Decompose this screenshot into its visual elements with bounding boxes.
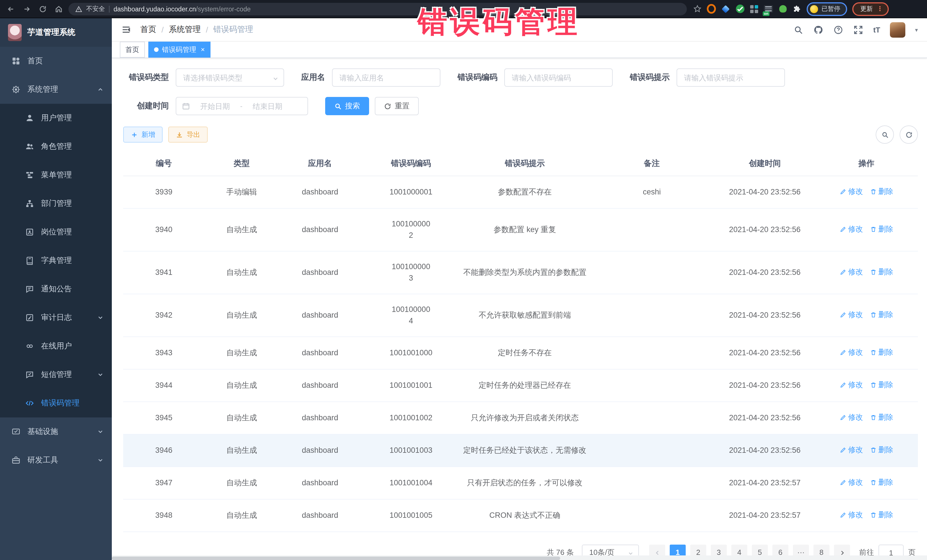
edit-link[interactable]: 修改 bbox=[839, 477, 863, 488]
browser-update-button[interactable]: 更新 ⋮ bbox=[852, 2, 889, 16]
reload-icon[interactable] bbox=[36, 3, 49, 15]
help-icon[interactable] bbox=[833, 24, 843, 35]
search-button[interactable]: 搜索 bbox=[325, 97, 369, 115]
sidebar-item-system[interactable]: 系统管理 bbox=[0, 75, 112, 104]
table-row: 3941自动生成dashboard100100000 3不能删除类型为系统内置的… bbox=[123, 251, 918, 294]
fullscreen-icon[interactable] bbox=[853, 24, 863, 35]
delete-link[interactable]: 删除 bbox=[870, 444, 893, 456]
extension-list-on-icon[interactable]: on bbox=[764, 4, 773, 14]
sidebar-item-infrastructure[interactable]: 基础设施 bbox=[0, 417, 112, 446]
error-type-select[interactable] bbox=[176, 68, 284, 87]
delete-link[interactable]: 删除 bbox=[870, 186, 893, 197]
github-icon[interactable] bbox=[813, 24, 824, 35]
edit-link[interactable]: 修改 bbox=[839, 223, 863, 235]
sidebar-item-dev-tools[interactable]: 研发工具 bbox=[0, 446, 112, 475]
address-bar[interactable]: 不安全 dashboard.yudao.iocoder.cn/system/er… bbox=[68, 3, 687, 15]
edit-link[interactable]: 修改 bbox=[839, 309, 863, 320]
profile-paused-chip[interactable]: 已暂停 bbox=[807, 2, 847, 16]
export-button[interactable]: 导出 bbox=[168, 127, 208, 143]
sidebar-item-roles[interactable]: 角色管理 bbox=[0, 132, 112, 161]
edit-link[interactable]: 修改 bbox=[839, 444, 863, 456]
delete-link[interactable]: 删除 bbox=[870, 223, 893, 235]
sidebar-item-sms[interactable]: 短信管理 bbox=[0, 360, 112, 389]
tags-view-bar: 首页 错误码管理 × bbox=[112, 42, 927, 58]
delete-link[interactable]: 删除 bbox=[870, 266, 893, 278]
bookmark-star-icon[interactable] bbox=[693, 4, 702, 14]
end-date-input[interactable] bbox=[247, 102, 288, 110]
edit-link[interactable]: 修改 bbox=[839, 266, 863, 278]
delete-link[interactable]: 删除 bbox=[870, 379, 893, 391]
toggle-search-button[interactable] bbox=[876, 126, 894, 144]
sidebar-item-posts[interactable]: 岗位管理 bbox=[0, 218, 112, 246]
font-size-icon[interactable]: tT bbox=[873, 25, 880, 34]
delete-link[interactable]: 删除 bbox=[870, 477, 893, 488]
sidebar-item-home[interactable]: 首页 bbox=[0, 47, 112, 75]
sidebar-item-departments[interactable]: 部门管理 bbox=[0, 189, 112, 218]
horizontal-scrollbar[interactable] bbox=[112, 555, 927, 560]
roles-icon bbox=[25, 142, 34, 151]
puzzle-extensions-icon[interactable] bbox=[792, 4, 801, 14]
edit-link[interactable]: 修改 bbox=[839, 509, 863, 521]
sidebar-item-online-users[interactable]: 在线用户 bbox=[0, 332, 112, 360]
search-icon bbox=[334, 102, 342, 110]
delete-link[interactable]: 删除 bbox=[870, 309, 893, 320]
sidebar-item-menus[interactable]: 菜单管理 bbox=[0, 161, 112, 189]
edit-link[interactable]: 修改 bbox=[839, 379, 863, 391]
trash-icon bbox=[870, 511, 877, 518]
edit-link[interactable]: 修改 bbox=[839, 347, 863, 358]
error-msg-input[interactable] bbox=[676, 68, 785, 87]
app-name-input[interactable] bbox=[332, 68, 441, 87]
back-icon[interactable] bbox=[5, 3, 17, 15]
browser-menu-dots-icon[interactable]: ⋮ bbox=[877, 5, 883, 12]
extension-green-avatar-icon[interactable] bbox=[778, 4, 787, 14]
sidebar-item-dictionary[interactable]: 字典管理 bbox=[0, 246, 112, 275]
add-button[interactable]: 新增 bbox=[123, 127, 163, 143]
start-date-input[interactable] bbox=[195, 102, 236, 110]
edit-link[interactable]: 修改 bbox=[839, 186, 863, 197]
reset-button[interactable]: 重置 bbox=[375, 97, 419, 115]
chevron-down-icon bbox=[97, 457, 104, 464]
close-icon[interactable]: × bbox=[201, 46, 205, 53]
delete-link[interactable]: 删除 bbox=[870, 347, 893, 358]
page-annotation: 错误码管理 bbox=[418, 2, 580, 42]
dictionary-icon bbox=[25, 256, 34, 265]
app-logo: 芋道管理系统 bbox=[0, 18, 112, 47]
table-row: 3943自动生成dashboard1001001000定时任务不存在2021-0… bbox=[123, 337, 918, 369]
edit-link[interactable]: 修改 bbox=[839, 412, 863, 423]
extension-orange-ring-icon[interactable] bbox=[707, 4, 716, 14]
search-icon[interactable] bbox=[793, 24, 804, 35]
delete-link[interactable]: 删除 bbox=[870, 412, 893, 423]
tab-home[interactable]: 首页 bbox=[120, 42, 145, 58]
breadcrumb-system[interactable]: 系统管理 bbox=[169, 24, 201, 35]
tab-error-code[interactable]: 错误码管理 × bbox=[148, 42, 211, 58]
delete-link[interactable]: 删除 bbox=[870, 509, 893, 521]
sidebar-item-error-code[interactable]: 错误码管理 bbox=[0, 389, 112, 417]
refresh-table-button[interactable] bbox=[900, 126, 918, 144]
sidebar-item-audit-log[interactable]: 审计日志 bbox=[0, 304, 112, 332]
scrollbar-thumb[interactable] bbox=[112, 556, 560, 560]
badge-icon bbox=[25, 228, 34, 237]
table-row: 3944自动生成dashboard1001001001定时任务的处理器已经存在2… bbox=[123, 369, 918, 402]
extension-blue-gem-icon[interactable] bbox=[721, 4, 730, 14]
trash-icon bbox=[870, 414, 877, 421]
table-header-row: 编号 类型 应用名 错误码编码 错误码提示 备注 创建时间 操作 bbox=[123, 152, 918, 176]
chevron-down-icon bbox=[628, 549, 634, 556]
col-header-msg: 错误码提示 bbox=[460, 152, 589, 176]
extension-green-check-icon[interactable] bbox=[736, 4, 745, 14]
home-icon[interactable] bbox=[53, 3, 65, 15]
forward-icon[interactable] bbox=[21, 3, 33, 15]
col-header-type: 类型 bbox=[205, 152, 279, 176]
sms-icon bbox=[25, 370, 34, 379]
sidebar-item-announcements[interactable]: 通知公告 bbox=[0, 275, 112, 304]
breadcrumb-home[interactable]: 首页 bbox=[140, 24, 156, 35]
sidebar-item-users[interactable]: 用户管理 bbox=[0, 104, 112, 132]
create-time-range-picker[interactable]: - bbox=[176, 97, 308, 115]
extension-grid-icon[interactable] bbox=[749, 4, 759, 14]
edit-icon bbox=[839, 188, 846, 195]
avatar-caret-icon[interactable]: ▾ bbox=[915, 27, 918, 33]
error-code-input[interactable] bbox=[504, 68, 613, 87]
infrastructure-icon bbox=[11, 427, 21, 436]
hamburger-icon[interactable] bbox=[121, 24, 131, 35]
user-avatar[interactable] bbox=[890, 22, 905, 37]
col-header-code: 错误码编码 bbox=[361, 152, 460, 176]
